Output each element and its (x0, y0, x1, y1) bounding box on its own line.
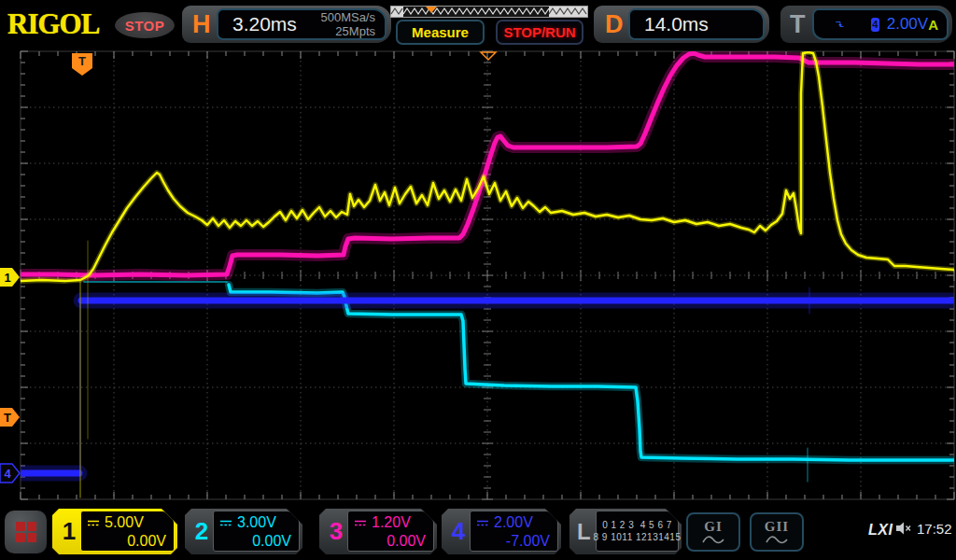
generator-1-button[interactable]: GI (686, 512, 740, 552)
svg-text:4: 4 (4, 467, 11, 481)
trigger-source-badge: 4 (871, 18, 879, 32)
bottom-bar: 1 5.00V 0.00V 2 3.00V 0.00V 3 1.20V 0.00… (0, 507, 956, 560)
run-state-badge: STOP (115, 12, 175, 38)
logic-label: L (577, 519, 591, 545)
rigol-logo: RIGOL (7, 7, 99, 41)
delay-box[interactable]: 14.0ms (628, 8, 765, 40)
channel-2-number: 2 (191, 517, 212, 546)
channel-1-tab[interactable]: 1 5.00V 0.00V (52, 509, 177, 554)
dc-coupling-icon (87, 519, 100, 527)
svg-text:1: 1 (4, 271, 10, 285)
dc-coupling-icon (219, 519, 232, 527)
channel-2-settings: 3.00V 0.00V (213, 511, 300, 552)
lxi-logo: LXI (868, 522, 893, 539)
menu-grid-icon (16, 522, 36, 542)
stop-run-label: STOP/RUN (503, 24, 575, 40)
horizontal-label: H (192, 6, 211, 43)
measure-label: Measure (412, 24, 469, 40)
waveform-display[interactable]: 1T4T (0, 0, 956, 560)
logic-row-1: 0 1 2 3 4 5 6 7 (602, 519, 672, 531)
svg-text:T: T (4, 411, 11, 425)
channel-3-settings: 1.20V 0.00V (347, 511, 434, 552)
trigger-mode: A (928, 17, 938, 33)
channel-3-offset: 0.00V (387, 533, 426, 549)
channel-1-settings: 5.00V 0.00V (80, 511, 175, 552)
sine-wave-icon (701, 534, 725, 545)
horizontal-group[interactable]: H 3.20ms 500MSa/s 25Mpts (182, 6, 391, 43)
channel-4-settings: 2.00V -7.00V (470, 511, 558, 552)
speaker-muted-icon[interactable] (894, 521, 913, 536)
channel-4-offset: -7.00V (506, 533, 550, 549)
channel-4-scale: 2.00V (494, 513, 533, 532)
svg-text:T: T (78, 54, 86, 68)
channel-1-scale: 5.00V (105, 513, 144, 532)
trigger-box[interactable]: 4 2.00V A (812, 8, 949, 40)
delay-value: 14.0ms (644, 13, 709, 35)
memory-position-bar[interactable] (390, 6, 588, 18)
channel-2-tab[interactable]: 2 3.00V 0.00V (185, 509, 302, 554)
trigger-level: 2.00V (887, 15, 928, 34)
acquisition-info: 500MSa/s 25Mpts (320, 10, 385, 38)
logic-channel-list: 0 1 2 3 4 5 6 7 8 9 1011 12131415 (596, 511, 679, 552)
delay-group[interactable]: D 14.0ms (594, 6, 769, 43)
trigger-label: T (790, 6, 806, 43)
sample-rate: 500MSa/s (320, 10, 375, 24)
memory-depth: 25Mpts (320, 24, 375, 38)
channel-1-offset: 0.00V (127, 533, 166, 549)
channel-4-number: 4 (448, 517, 469, 546)
timebase-box[interactable]: 3.20ms 500MSa/s 25Mpts (217, 8, 387, 40)
delay-label: D (605, 6, 624, 43)
measure-button[interactable]: Measure (396, 20, 485, 45)
stop-run-button[interactable]: STOP/RUN (496, 20, 583, 45)
falling-edge-icon (835, 18, 845, 31)
generator-1-label: GI (704, 520, 723, 534)
channel-3-number: 3 (326, 517, 346, 546)
generator-2-button[interactable]: GII (750, 512, 804, 552)
menu-button[interactable] (5, 511, 47, 553)
logic-channels-tab[interactable]: L 0 1 2 3 4 5 6 7 8 9 1011 12131415 (569, 509, 682, 554)
channel-3-tab[interactable]: 3 1.20V 0.00V (319, 509, 437, 554)
sine-wave-icon (765, 534, 789, 545)
dc-coupling-icon (354, 519, 367, 527)
channel-2-scale: 3.00V (237, 513, 276, 532)
trigger-group[interactable]: T 4 2.00V A (780, 6, 952, 43)
clock: 17:52 (917, 521, 952, 537)
dc-coupling-icon (476, 519, 489, 527)
channel-4-tab[interactable]: 4 2.00V -7.00V (442, 509, 561, 554)
channel-1-number: 1 (59, 517, 79, 546)
top-bar: RIGOL STOP H 3.20ms 500MSa/s 25Mpts Meas… (0, 0, 956, 47)
channel-3-scale: 1.20V (372, 513, 411, 532)
timebase-value: 3.20ms (232, 13, 297, 35)
channel-2-offset: 0.00V (252, 533, 291, 549)
logic-row-2: 8 9 1011 12131415 (594, 531, 682, 543)
generator-2-label: GII (765, 520, 789, 534)
